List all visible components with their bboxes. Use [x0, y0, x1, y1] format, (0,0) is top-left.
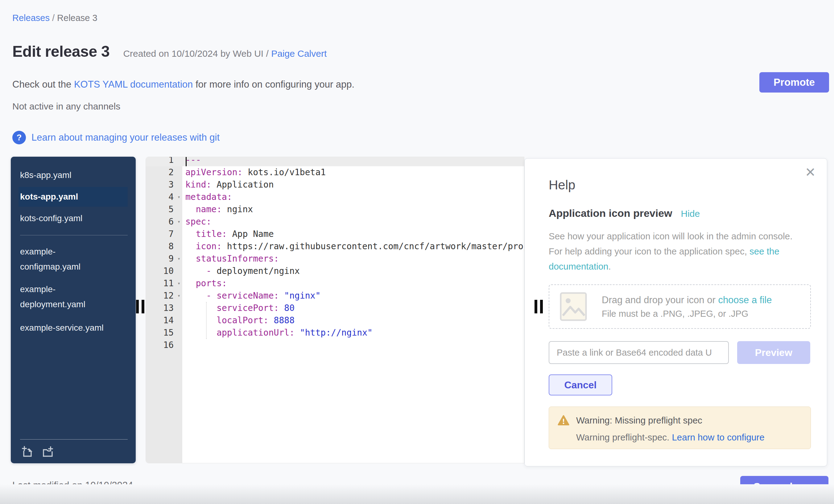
- fold-arrow-icon[interactable]: ▾: [177, 216, 180, 228]
- code-text: apiVersion: kots.io/v1beta1: [182, 166, 524, 179]
- line-number: 10: [146, 265, 182, 277]
- file-item-kots-app.yaml[interactable]: kots-app.yaml: [19, 187, 128, 207]
- preview-button[interactable]: Preview: [737, 341, 810, 364]
- breadcrumb: Releases / Release 3: [12, 13, 97, 23]
- code-line-8: 8 icon: https://raw.githubusercontent.co…: [146, 240, 524, 253]
- panel-resize-handle-right-bar[interactable]: [540, 300, 543, 313]
- breadcrumb-releases-link[interactable]: Releases: [12, 13, 50, 23]
- file-item-example-service.yaml[interactable]: example-service.yaml: [20, 320, 128, 336]
- file-item-k8s-app.yaml[interactable]: k8s-app.yaml: [20, 167, 128, 183]
- created-text: Created on 10/10/2024 by Web UI /: [123, 48, 271, 59]
- channel-status: Not active in any channels: [12, 101, 120, 112]
- line-number: 11▾: [146, 277, 182, 290]
- code-line-7: 7 title: App Name: [146, 228, 524, 240]
- promote-button[interactable]: Promote: [759, 72, 829, 92]
- save-release-button[interactable]: Save release: [740, 476, 829, 497]
- breadcrumb-separator: /: [50, 13, 57, 23]
- help-panel-title: Help: [549, 178, 810, 193]
- created-info: Created on 10/10/2024 by Web UI / Paige …: [123, 48, 327, 59]
- author-link[interactable]: Paige Calvert: [271, 48, 327, 59]
- docs-line: Check out the KOTS YAML documentation fo…: [12, 79, 354, 90]
- icon-preview-title: Application icon preview: [549, 207, 673, 219]
- icon-preview-description: See how your application icon will look …: [549, 228, 799, 274]
- add-folder-icon[interactable]: [40, 444, 54, 459]
- fold-arrow-icon[interactable]: ▾: [177, 277, 180, 290]
- editor-code: 1---2apiVersion: kots.io/v1beta13kind: A…: [146, 157, 524, 351]
- code-line-3: 3kind: Application: [146, 179, 524, 191]
- line-number: 5: [146, 203, 182, 216]
- preflight-warning: Warning: Missing preflight spec Warning …: [549, 407, 811, 449]
- code-text: metadata:: [182, 191, 524, 203]
- code-line-16: 16: [146, 339, 524, 351]
- code-text: name: nginx: [182, 203, 524, 216]
- code-text: ports:: [182, 277, 524, 290]
- line-number: 2: [146, 166, 182, 179]
- page-title: Edit release 3: [12, 43, 109, 61]
- file-sidebar: k8s-app.yamlkots-app.yamlkots-config.yam…: [11, 157, 136, 463]
- warning-body-text: Warning preflight-spec.: [576, 432, 672, 442]
- fold-arrow-icon[interactable]: ▾: [177, 191, 180, 203]
- dropzone-label: Drag and drop your icon or: [602, 294, 718, 305]
- warning-title: Warning: Missing preflight spec: [576, 415, 702, 426]
- file-list: k8s-app.yamlkots-app.yamlkots-config.yam…: [11, 157, 136, 336]
- warning-icon: [558, 415, 569, 426]
- icon-link-input[interactable]: [549, 341, 729, 364]
- learn-configure-link[interactable]: Learn how to configure: [672, 432, 764, 442]
- code-text: spec:: [182, 216, 524, 228]
- indent-guide: [206, 302, 207, 339]
- code-text: applicationUrl: "http://nginx": [182, 327, 524, 339]
- sidebar-footer: [20, 439, 128, 463]
- line-number: 14: [146, 314, 182, 327]
- code-text: icon: https://raw.githubusercontent.com/…: [182, 240, 524, 253]
- sidebar-resize-handle-left-bar[interactable]: [136, 300, 139, 313]
- file-item-kots-config.yaml[interactable]: kots-config.yaml: [20, 210, 128, 226]
- choose-file-link[interactable]: choose a file: [718, 294, 772, 305]
- help-panel: ✕ Help Application icon preview Hide See…: [524, 158, 827, 466]
- warning-detail: Warning preflight-spec. Learn how to con…: [576, 432, 802, 443]
- line-number: 6▾: [146, 216, 182, 228]
- line-number: 15: [146, 327, 182, 339]
- code-line-10: 10 - deployment/nginx: [146, 265, 524, 277]
- yaml-editor[interactable]: 1---2apiVersion: kots.io/v1beta13kind: A…: [146, 157, 524, 463]
- question-icon: ?: [12, 131, 26, 144]
- add-file-icon[interactable]: [20, 444, 34, 459]
- close-icon[interactable]: ✕: [805, 166, 816, 179]
- file-item-example-configmap.yaml[interactable]: example-configmap.yaml: [20, 244, 128, 274]
- line-number: 9▾: [146, 253, 182, 265]
- code-line-6: 6▾spec:: [146, 216, 524, 228]
- edit-release-page: Releases / Release 3 Edit release 3 Crea…: [0, 0, 834, 504]
- line-number: 16: [146, 339, 182, 351]
- line-number: 3: [146, 179, 182, 191]
- kots-docs-link[interactable]: KOTS YAML documentation: [74, 79, 193, 90]
- fold-arrow-icon[interactable]: ▾: [177, 253, 180, 265]
- code-text: statusInformers:: [182, 253, 524, 265]
- cancel-button[interactable]: Cancel: [549, 374, 612, 395]
- code-text: ---: [182, 157, 524, 166]
- docs-text-before: Check out the: [12, 79, 74, 90]
- line-number: 8: [146, 240, 182, 253]
- code-text: kind: Application: [182, 179, 524, 191]
- git-help-row: ? Learn about managing your releases wit…: [12, 131, 220, 144]
- panel-resize-handle-left-bar[interactable]: [534, 300, 537, 313]
- code-line-2: 2apiVersion: kots.io/v1beta1: [146, 166, 524, 179]
- code-text: localPort: 8888: [182, 314, 524, 327]
- git-help-link[interactable]: Learn about managing your releases with …: [31, 132, 220, 143]
- code-line-5: 5 name: nginx: [146, 203, 524, 216]
- line-number: 13: [146, 302, 182, 314]
- line-number: 1: [146, 157, 182, 166]
- code-line-13: 13 servicePort: 80: [146, 302, 524, 314]
- hide-link[interactable]: Hide: [681, 209, 700, 219]
- line-number: 7: [146, 228, 182, 240]
- file-item-example-deployment.yaml[interactable]: example-deployment.yaml: [20, 282, 128, 312]
- fold-arrow-icon[interactable]: ▾: [177, 290, 180, 302]
- code-line-4: 4▾metadata:: [146, 191, 524, 203]
- code-line-9: 9▾ statusInformers:: [146, 253, 524, 265]
- sidebar-resize-handle-right-bar[interactable]: [141, 300, 144, 313]
- code-text: [182, 339, 524, 351]
- docs-text-after: for more info on configuring your app.: [193, 79, 354, 90]
- icon-dropzone[interactable]: Drag and drop your icon or choose a file…: [549, 284, 811, 329]
- code-text: servicePort: 80: [182, 302, 524, 314]
- title-row: Edit release 3 Created on 10/10/2024 by …: [12, 43, 327, 61]
- code-line-15: 15 applicationUrl: "http://nginx": [146, 327, 524, 339]
- image-placeholder-icon: [560, 292, 587, 321]
